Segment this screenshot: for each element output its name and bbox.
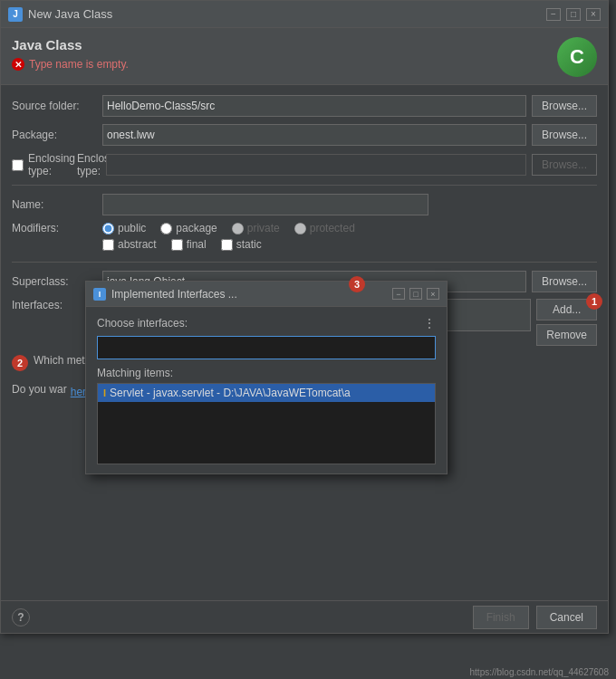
enclosing-type-browse: Browse... [532,154,597,176]
modifier-final[interactable]: final [171,238,207,251]
dialog-icon: J [8,7,23,22]
popup-result-text: Servlet - javax.servlet - D:\JAVA\JavaWE… [110,387,351,399]
popup-menu-icon[interactable]: ⋮ [423,316,436,330]
source-folder-row: Source folder: Browse... [12,94,597,118]
footer-buttons: Finish Cancel [473,606,597,629]
enclosing-type-label: Enclosing type: [28,152,75,177]
popup-title-bar: I Implemented Interfaces ... − □ × [86,282,447,307]
minimize-button[interactable]: − [546,8,561,21]
popup-close-button[interactable]: × [427,288,439,300]
popup-result-icon: I [103,387,106,398]
modifier-static[interactable]: static [221,238,262,251]
window-controls: − □ × [546,8,601,21]
interfaces-badge: 1 [586,293,602,310]
modifier-abstract[interactable]: abstract [102,238,157,251]
popup-matching-label: Matching items: [97,367,436,379]
popup-result-item[interactable]: I Servlet - javax.servlet - D:\JAVA\Java… [98,384,435,402]
package-row: Package: Browse... [12,123,597,147]
popup-body: Choose interfaces: ⋮ Matching items: I S… [86,307,447,473]
popup-search-input[interactable] [97,336,436,359]
superclass-browse[interactable]: Browse... [532,271,597,292]
header-title: Java Class [12,37,129,53]
popup-dialog-icon: I [93,288,106,301]
error-message: ✕ Type name is empty. [12,58,129,71]
enclosing-type-row: Enclosing type: Enclosing type: Browse..… [12,152,597,177]
dialog-footer: ? Finish Cancel [1,600,608,633]
modifier-package[interactable]: package [160,222,217,234]
popup-choose-label: Choose interfaces: [97,317,188,330]
name-row: Name: [12,193,597,216]
error-text: Type name is empty. [29,58,129,71]
divider-2 [12,262,597,263]
source-folder-browse[interactable]: Browse... [532,95,597,117]
package-label: Package: [12,129,102,141]
modifiers-container: public package private protected abstrac… [102,222,597,254]
which-methods-text: Which meth [34,354,91,367]
popup-minimize-button[interactable]: − [392,288,405,300]
source-folder-label: Source folder: [12,100,102,112]
do-you-want-text: Do you war [12,383,67,396]
modifier-public[interactable]: public [102,222,146,234]
enclosing-type-checkbox[interactable] [12,159,24,171]
modifier-private[interactable]: private [232,222,280,234]
enclosing-type-checkbox-label[interactable]: Enclosing type: Enclosing type: [12,152,102,177]
watermark: https://blog.csdn.net/qq_44627608 [470,667,609,677]
popup-choose-row: Choose interfaces: ⋮ [97,316,436,330]
cancel-button[interactable]: Cancel [536,606,597,629]
remove-interface-button[interactable]: Remove [536,324,597,346]
modifiers-row: Modifiers: public package private protec… [12,222,597,254]
dialog-header: Java Class ✕ Type name is empty. C [1,28,608,85]
java-logo: C [557,37,597,77]
implemented-interfaces-dialog: I Implemented Interfaces ... − □ × Choos… [85,281,448,474]
popup-maximize-button[interactable]: □ [409,288,422,300]
which-methods-badge-label: 2 Which meth [12,354,91,372]
header-left: Java Class ✕ Type name is empty. [12,37,129,71]
close-button[interactable]: × [586,8,601,21]
help-button[interactable]: ? [12,608,30,626]
dialog-title: New Java Class [28,7,546,21]
enclosing-type-input[interactable] [106,154,526,176]
modifier-protected[interactable]: protected [294,222,355,234]
popup-window-controls: − □ × [392,288,439,300]
divider-1 [12,185,597,186]
popup-badge: 3 [349,276,365,292]
error-icon: ✕ [12,58,24,71]
finish-button[interactable]: Finish [473,606,529,629]
package-browse[interactable]: Browse... [532,124,597,146]
name-label: Name: [12,198,102,211]
modifiers-radio-row: public package private protected [102,222,597,234]
source-folder-input[interactable] [102,95,526,117]
name-input[interactable] [102,194,428,215]
popup-results-list: I Servlet - javax.servlet - D:\JAVA\Java… [97,383,436,464]
main-title-bar: J New Java Class − □ × [1,1,608,28]
which-methods-badge: 2 [12,355,28,371]
package-input[interactable] [102,124,526,146]
modifiers-checkbox-row: abstract final static [102,238,597,251]
modifiers-label: Modifiers: [12,222,102,234]
maximize-button[interactable]: □ [566,8,581,21]
